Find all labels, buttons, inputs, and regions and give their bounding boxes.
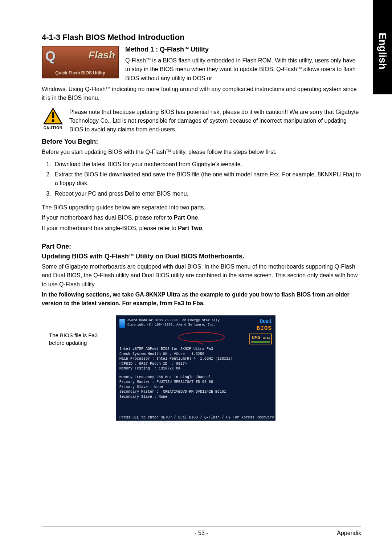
award-logo-icon [119, 319, 125, 328]
intro-paragraph-right: Q-FlashTM is a BIOS flash utility embedd… [125, 56, 361, 83]
method1-heading: Method 1 : Q-FlashTM Utility [125, 46, 361, 53]
upgrade-p1: The BIOS upgrading guides below are sepa… [42, 203, 361, 212]
partone-sub-b: Utility on Dual BIOS Motherboards. [134, 253, 244, 260]
tm-mark: TM [166, 148, 171, 152]
partone-sub-a: Updating BIOS with Q-Flash [42, 253, 129, 260]
dps-strip: Dual Power System [251, 341, 270, 344]
partone-p1: Some of Gigabyte motherboards are equipp… [42, 262, 361, 289]
caution-icon: CAUTION [42, 108, 64, 130]
tm-mark: TM [184, 46, 189, 50]
svg-point-2 [52, 119, 54, 122]
bios-caption: The BIOS file is Fa3 before updating [49, 315, 107, 347]
upgrade-p2c: . [198, 214, 199, 221]
bios-line: <CPUID : 0F27 Patch ID : 0027> [119, 361, 272, 367]
method1-heading-a: Method 1 : Q-Flash [125, 46, 184, 53]
intro-p1a: Q-Flash [125, 57, 146, 64]
bios-gap [119, 371, 272, 375]
dps-text: DPS [252, 335, 260, 340]
intro-text: Method 1 : Q-FlashTM Utility Q-FlashTM i… [125, 46, 361, 83]
caution-text: Please note that because updating BIOS h… [69, 108, 361, 134]
before-intro-a: Before you start updating BIOS with the … [42, 149, 166, 155]
upgrade-p2: If your motherboard has dual-BIOS, pleas… [42, 213, 361, 222]
tm-mark: TM [146, 57, 151, 61]
qflash-logo-flash: Flash [89, 49, 115, 61]
bios-row: The BIOS file is Fa3 before updating Awa… [42, 315, 361, 421]
intro-paragraph-full: Windows. Using Q-FlashTM indicating no m… [42, 85, 361, 103]
footer-label: Appendix [337, 530, 361, 536]
footer-page-number: - 53 - [195, 530, 208, 536]
dual-word: Dual [260, 319, 272, 324]
caution-label: CAUTION [42, 126, 64, 130]
before-intro-b: utility, please follow the steps below f… [171, 149, 276, 155]
bios-award-1: Award Modular BIOS v6.00PG, An Energy St… [127, 318, 220, 323]
warning-triangle-icon [43, 108, 63, 124]
tm-mark: TM [129, 253, 134, 257]
step-item: Extract the BIOS file downloaded and sav… [53, 170, 361, 188]
bios-line: Secondary Master : CREATIVEDVD-RM DVD124… [119, 389, 272, 394]
qflash-logo: Q Flash Quick Flash BIOS Utility [42, 46, 119, 78]
tm-mark: TM [106, 86, 110, 90]
before-intro: Before you start updating BIOS with the … [42, 148, 361, 156]
upgrade-p3: If your motherboard has single-BIOS, ple… [42, 224, 361, 233]
svg-rect-1 [52, 112, 54, 118]
step3-a: Reboot your PC and press [55, 191, 125, 197]
page-content: 4-1-3 Flash BIOS Method Introduction Q F… [42, 33, 361, 421]
page-footer: - 53 - Appendix [42, 527, 361, 536]
upgrade-p3b: Part Two [178, 225, 202, 231]
bios-line: Intel i875P AGPset BIOS for 8KNXP Ultra … [119, 347, 272, 352]
step-item: Reboot your PC and press Del to enter BI… [53, 189, 361, 198]
before-heading: Before You Begin: [42, 138, 361, 146]
partone-subheading: Updating BIOS with Q-FlashTM Utility on … [42, 253, 361, 260]
bios-line: Memory Testing : 131072K OK [119, 366, 272, 371]
step3-b: to enter BIOS menu. [134, 191, 188, 197]
tm-mark: TM [297, 66, 302, 70]
partone-heading: Part One: [42, 243, 361, 250]
bios-line: Press DEL to enter SETUP / Dual BIOS / Q… [119, 415, 272, 420]
bios-screenshot: Award Modular BIOS v6.00PG, An Energy St… [116, 315, 275, 421]
bios-line: Check System Health OK , VCore = 1.5250 [119, 352, 272, 357]
steps-list: Download the latest BIOS for your mother… [42, 160, 361, 198]
upgrade-p2a: If your motherboard has dual-BIOS, pleas… [42, 214, 174, 221]
upgrade-p3a: If your motherboard has single-BIOS, ple… [42, 225, 178, 231]
caution-block: CAUTION Please note that because updatin… [42, 108, 361, 134]
step-item: Download the latest BIOS for your mother… [53, 160, 361, 169]
method1-heading-b: Utility [189, 46, 209, 53]
bios-line: Memory Frequency 266 MHz in Single Chann… [119, 375, 272, 380]
bios-body: Intel i875P AGPset BIOS for 8KNXP Ultra … [119, 347, 272, 425]
bios-line: Primary Slave : None [119, 385, 272, 390]
language-tab-label: English [377, 33, 388, 69]
bios-gap [119, 399, 272, 415]
upgrade-p2b: Part One [174, 214, 198, 221]
bios-top-left: Award Modular BIOS v6.00PG, An Energy St… [119, 318, 220, 328]
bios-line: Main Processor : Intel Pentium(R) 4 1.6G… [119, 356, 272, 361]
upgrade-p3c: . [202, 225, 204, 231]
qflash-logo-sub: Quick Flash BIOS Utility [42, 70, 118, 75]
bios-award-2: Copyright (C) 1984-2003, Award Software,… [127, 323, 220, 327]
language-tab: English [373, 0, 392, 94]
intro-p2a: Windows. Using Q-Flash [42, 86, 106, 92]
partone-p2: In the following sections, we take GA-8K… [42, 290, 361, 308]
section-title: 4-1-3 Flash BIOS Method Introduction [42, 33, 361, 42]
bios-award: Award Modular BIOS v6.00PG, An Energy St… [127, 318, 220, 328]
bios-line: Secondary Slave : None [119, 394, 272, 400]
bios-line: Primary Master : FUJITSU MPE3170AT ED-03… [119, 380, 272, 385]
dps-gold: Gold [263, 336, 270, 340]
dps-badge: DPS Gold Dual Power System [249, 334, 272, 344]
bios-word: BIOS [257, 325, 272, 332]
intro-block: Q Flash Quick Flash BIOS Utility Method … [42, 46, 361, 83]
step3-del: Del [125, 191, 134, 197]
bios-line: 08/07/2003-i875P-6A79BG03C-00 [119, 420, 272, 425]
dualbios-badge: Dual BIOS DPS Gold Dual Power System [249, 318, 272, 345]
qflash-logo-q: Q [45, 49, 56, 64]
